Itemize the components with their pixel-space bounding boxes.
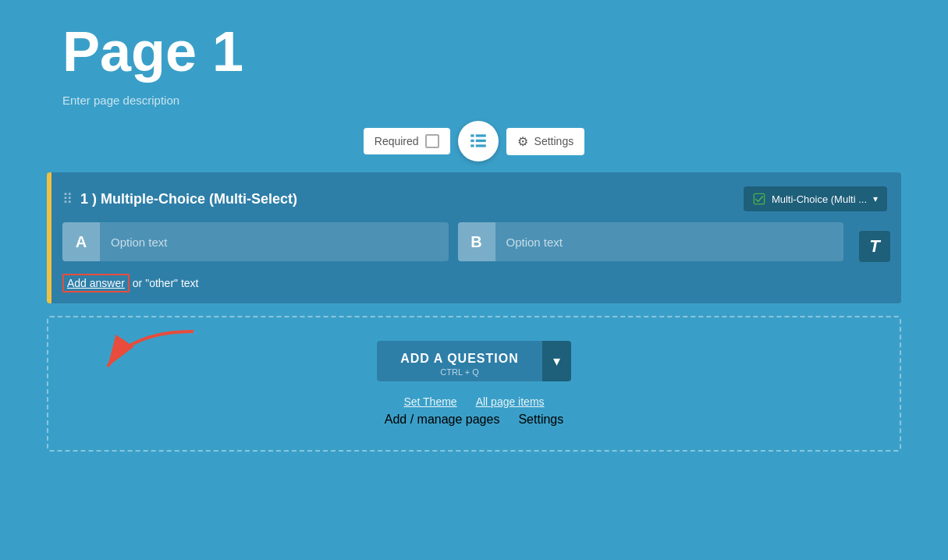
option-a-input[interactable] [100, 222, 449, 261]
settings-label: Settings [534, 135, 574, 147]
add-answer-link[interactable]: Add answer [62, 274, 130, 292]
option-b-letter: B [458, 222, 495, 261]
svg-rect-5 [475, 144, 485, 147]
add-question-btn-row: ADD A QUESTION CTRL + Q ▾ [377, 341, 570, 381]
question-header: ⠿ 1 ) Multiple-Choice (Multi-Select) Mul… [51, 172, 901, 222]
add-manage-pages-link[interactable]: Add / manage pages [385, 413, 500, 427]
svg-rect-0 [470, 134, 474, 136]
svg-rect-6 [754, 193, 764, 204]
add-question-dropdown-button[interactable]: ▾ [542, 341, 571, 381]
required-button[interactable]: Required [364, 128, 450, 154]
svg-rect-2 [470, 140, 474, 142]
toolbar: Required ⚙ Settings [0, 121, 948, 161]
set-theme-link[interactable]: Set Theme [403, 395, 456, 408]
drag-handle-icon[interactable]: ⠿ [62, 190, 73, 207]
page-description[interactable]: Enter page description [62, 94, 948, 107]
option-a-letter: A [62, 222, 100, 261]
gear-icon: ⚙ [517, 134, 528, 149]
checkbox-icon [753, 193, 765, 205]
svg-rect-3 [475, 140, 485, 142]
svg-rect-1 [475, 134, 485, 136]
chevron-down-icon: ▾ [873, 193, 878, 204]
question-block: ⠿ 1 ) Multiple-Choice (Multi-Select) Mul… [47, 172, 901, 303]
add-answer-or-text: or "other" text [130, 277, 199, 289]
settings-link[interactable]: Settings [518, 413, 563, 427]
question-type-label: Multi-Choice (Multi ... [772, 193, 867, 205]
svg-rect-4 [470, 144, 474, 147]
option-b: B [458, 222, 844, 261]
text-format-icon[interactable]: T [859, 231, 890, 262]
question-title: 1 ) Multiple-Choice (Multi-Select) [80, 191, 297, 207]
bottom-links-row1: Set Theme All page items [403, 395, 544, 408]
settings-button[interactable]: ⚙ Settings [506, 128, 585, 155]
add-question-label: ADD A QUESTION [400, 352, 518, 366]
bottom-links-row2: Add / manage pages Settings [385, 413, 563, 427]
option-b-input[interactable] [495, 222, 844, 261]
options-area: A B [51, 222, 901, 271]
add-question-section: ADD A QUESTION CTRL + Q ▾ Set Theme All … [47, 316, 901, 452]
list-icon [468, 131, 488, 151]
required-label: Required [375, 135, 419, 147]
all-page-items-link[interactable]: All page items [476, 395, 545, 408]
question-type-dropdown[interactable]: Multi-Choice (Multi ... ▾ [744, 186, 887, 211]
required-checkbox[interactable] [425, 134, 439, 148]
add-question-shortcut: CTRL + Q [440, 367, 478, 377]
list-icon-button[interactable] [458, 121, 499, 161]
add-answer-row: Add answer or "other" text [51, 271, 901, 303]
page-title: Page 1 [62, 23, 948, 80]
add-question-button[interactable]: ADD A QUESTION CTRL + Q [377, 341, 541, 381]
dropdown-arrow-icon: ▾ [553, 353, 560, 370]
option-a: A [62, 222, 449, 261]
